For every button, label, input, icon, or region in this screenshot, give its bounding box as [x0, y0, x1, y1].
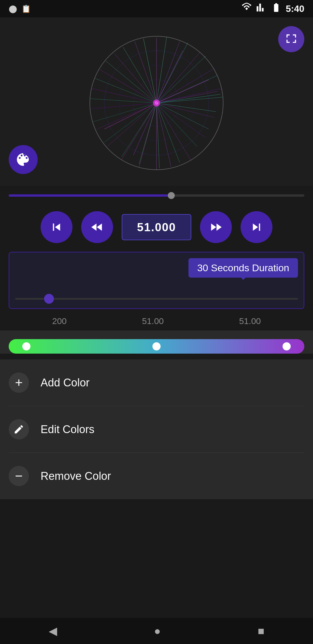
svg-line-24: [156, 103, 197, 146]
skip-forward-icon: [249, 220, 264, 234]
battery-icon: [271, 2, 281, 15]
expand-icon: [285, 33, 298, 46]
clock-display: 5:40: [286, 3, 304, 14]
rewind-button[interactable]: [81, 211, 113, 243]
remove-color-icon-circle: [9, 466, 29, 486]
gradient-thumb-mid[interactable]: [152, 342, 161, 350]
signal-icon: ⬤: [9, 4, 17, 13]
visualization-area: [0, 17, 313, 186]
seek-fill: [9, 194, 171, 197]
svg-line-13: [100, 70, 156, 103]
minus-icon: [13, 471, 24, 482]
back-nav-button[interactable]: ◀: [46, 622, 60, 640]
value-right: 51.00: [239, 316, 261, 326]
gradient-thumb-right[interactable]: [283, 342, 291, 350]
bottom-nav: ◀ ● ■: [0, 618, 313, 644]
status-right: 5:40: [241, 2, 304, 15]
skip-back-icon: [49, 220, 64, 234]
status-bar: ⬤ 📋 5:40: [0, 0, 313, 17]
pencil-icon: [13, 424, 24, 435]
svg-line-20: [156, 88, 222, 103]
svg-line-3: [156, 103, 206, 138]
fast-forward-button[interactable]: [200, 211, 232, 243]
skip-forward-button[interactable]: [241, 211, 272, 243]
time-display: 51.000: [122, 214, 191, 240]
svg-line-28: [122, 103, 156, 157]
value-center: 51.00: [142, 316, 164, 326]
time-value: 51.000: [137, 221, 176, 234]
svg-line-35: [143, 39, 156, 103]
controls-row: 51.000: [0, 202, 313, 252]
gradient-bar[interactable]: [9, 339, 304, 354]
rewind-icon: [90, 220, 104, 234]
spirograph-display: [84, 30, 229, 176]
recent-nav-button[interactable]: ■: [255, 622, 267, 640]
menu-list: Add Color Edit Colors Remove Color: [0, 359, 313, 499]
expand-button[interactable]: [278, 26, 304, 52]
color-section: [0, 330, 313, 354]
svg-line-40: [156, 97, 223, 103]
status-left: ⬤ 📋: [9, 4, 31, 13]
edit-colors-item[interactable]: Edit Colors: [9, 406, 304, 453]
value-labels: 200 51.00 51.00: [0, 312, 313, 330]
value-left: 200: [52, 316, 67, 326]
seek-section[interactable]: [0, 189, 313, 202]
remove-color-label: Remove Color: [41, 470, 111, 482]
seek-track[interactable]: [9, 194, 304, 197]
duration-thumb[interactable]: [44, 294, 54, 304]
svg-line-27: [139, 103, 156, 164]
wifi-icon: [241, 2, 252, 15]
add-color-label: Add Color: [41, 377, 90, 389]
clipboard-icon: 📋: [21, 4, 31, 13]
edit-colors-label: Edit Colors: [41, 423, 94, 436]
svg-line-14: [114, 54, 156, 103]
add-color-icon-circle: [9, 372, 29, 393]
seek-thumb[interactable]: [168, 192, 175, 199]
svg-line-33: [106, 61, 156, 103]
gradient-thumb-left[interactable]: [22, 342, 30, 350]
remove-color-item[interactable]: Remove Color: [9, 453, 304, 499]
edit-colors-icon-circle: [9, 419, 29, 439]
svg-line-49: [133, 103, 156, 155]
svg-line-32: [95, 78, 156, 103]
home-nav-button[interactable]: ●: [151, 622, 164, 640]
skip-back-button[interactable]: [41, 211, 72, 243]
fast-forward-icon: [209, 220, 223, 234]
signal-bars-icon: [256, 2, 267, 15]
plus-icon: [13, 377, 24, 388]
duration-tooltip: 30 Seconds Duration: [188, 258, 298, 278]
svg-line-26: [156, 103, 159, 168]
add-color-item[interactable]: Add Color: [9, 359, 304, 406]
palette-button[interactable]: [9, 145, 38, 174]
duration-track[interactable]: [15, 298, 298, 300]
svg-line-17: [156, 41, 180, 103]
svg-line-38: [156, 56, 206, 103]
palette-icon: [16, 152, 31, 167]
duration-section[interactable]: 30 Seconds Duration: [9, 252, 304, 309]
